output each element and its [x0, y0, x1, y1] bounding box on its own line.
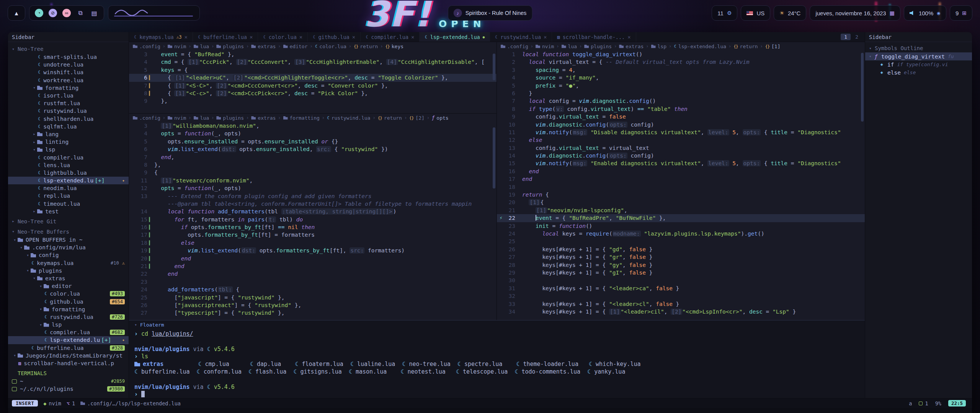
tree-section-terminals[interactable]: TERMINALS — [8, 369, 129, 377]
code-line[interactable]: 3 spacing = 4, — [497, 66, 865, 74]
code-line[interactable]: 7 end, — [129, 153, 497, 161]
breadcrumb-item[interactable]: editor — [290, 44, 308, 49]
breadcrumb-item[interactable]: return — [360, 44, 378, 49]
keyboard-layout-widget[interactable]: US — [741, 5, 770, 21]
code-line[interactable]: 30 — [497, 276, 865, 284]
code-line[interactable]: 15 vim.notify(msg: "Enabled diagnostics … — [497, 159, 865, 167]
code-line[interactable]: 26 ["javascriptreact"] = { "rustywind" }… — [129, 301, 497, 309]
dnd-button[interactable]: ⊘ — [49, 9, 57, 17]
code-line[interactable]: 18 — [497, 183, 865, 191]
code-line[interactable]: 3 [1]"williamboman/mason.nvim", — [129, 122, 497, 130]
tree-item[interactable]: ☾smart-splits.lua — [8, 53, 129, 61]
code-line[interactable]: 11 [1]"stevearc/conform.nvim", — [129, 177, 497, 184]
code-line[interactable]: 14 local function add_formatters(tbl :ta… — [129, 208, 497, 215]
code-line[interactable]: 16 if opts.formatters_by_ft[ft] == nil t… — [129, 223, 497, 231]
tree-item[interactable]: ☾bufferline.lua#328 — [8, 344, 129, 352]
breadcrumb-item[interactable]: nvim — [174, 115, 186, 121]
tree-item[interactable]: ☾compiler.lua#682 — [8, 328, 129, 336]
code-line[interactable]: 10 vim.diagnostic.config(opts: config) — [497, 121, 865, 128]
floaterm-panel[interactable]: ▾Floaterm › cd lua/plugins/nvim/lua/plug… — [129, 320, 865, 398]
code-line[interactable]: 4 cmd = { [1]"CccPick", [2]"CccConvert",… — [129, 58, 497, 66]
breadcrumb-item[interactable]: plugins — [223, 115, 244, 121]
editor-pane-lsp-extended[interactable]: .config›nvim›lua›plugins›extras›lsp›☾lsp… — [497, 42, 865, 320]
breadcrumb-item[interactable]: return — [740, 44, 758, 49]
breadcrumb-item[interactable]: color.lua — [319, 44, 346, 49]
launcher-button[interactable]: ▲ — [8, 5, 25, 21]
volume-widget[interactable]: 100%◉ — [904, 5, 946, 21]
code-line[interactable]: 13 config.virtual_text = virtual_text — [497, 144, 865, 152]
code-line[interactable]: 26 keys[#keys + 1] = { "gd", false } — [497, 246, 865, 253]
code-line[interactable]: 12 opts = function(_, opts) — [129, 184, 497, 192]
close-icon[interactable]: × — [185, 34, 188, 40]
code-line[interactable]: 4 source = "if_many", — [497, 74, 865, 81]
tree-item[interactable]: ▾plugins — [8, 267, 129, 275]
tabpage-1[interactable]: 1 — [841, 34, 851, 40]
code-line[interactable]: 4 opts = function(_, opts) — [129, 130, 497, 137]
breadcrumb-item[interactable]: .config — [507, 44, 528, 49]
close-icon[interactable]: × — [627, 34, 630, 40]
tree-item[interactable]: ☾shellharden.lua — [8, 115, 129, 123]
terminal-output[interactable]: › cd lua/plugins/nvim/lua/plugins via v5… — [129, 329, 865, 398]
tree-item[interactable]: ▸test — [8, 208, 129, 215]
date-widget[interactable]: jueves, noviembre 16, 2023▦ — [810, 5, 900, 21]
outline-item-if[interactable]: ◈ifif type(config.vi — [865, 60, 972, 68]
tree-item[interactable]: ☾keymaps.lua#10⚠ — [8, 259, 129, 267]
scrollbar-handle[interactable] — [493, 127, 495, 189]
code-line[interactable]: 11 vim.notify(msg: "Disable diagnostics … — [497, 128, 865, 136]
outline-section-header[interactable]: ▾Symbols Outline — [865, 44, 972, 52]
tab-color-lua[interactable]: ☾color.lua× — [258, 32, 308, 42]
code-line[interactable]: 20 [1]{ — [497, 198, 865, 206]
code-line[interactable]: 14 vim.diagnostic.config(opts: config) — [497, 152, 865, 159]
code-line[interactable]: 20 end — [129, 255, 497, 262]
breadcrumb-item[interactable]: lua — [200, 44, 209, 49]
code-line[interactable]: 28 keys[#keys + 1] = { "gy", false } — [497, 261, 865, 269]
tree-item[interactable]: ☾github.lua#654 — [8, 298, 129, 305]
tree-item[interactable]: ☾lsp-extended.lu[+]✦ — [8, 336, 129, 344]
scrollbar-handle[interactable] — [861, 53, 864, 122]
code-line[interactable]: 24 add_formatters(tbl: { — [129, 286, 497, 293]
tree-item[interactable]: ▨scrollbar-handle-vertical.p — [8, 359, 129, 367]
code-line[interactable]: 9 config.virtual_text = false — [497, 113, 865, 120]
breadcrumb-item[interactable]: opts — [436, 115, 448, 121]
code-line[interactable]: 16 end — [497, 167, 865, 175]
code-line[interactable]: 8 { [1]"<C-c>", [2]"<cmd>CccPick<cr>", d… — [129, 89, 497, 97]
handwriting-input[interactable] — [108, 5, 200, 21]
close-icon[interactable]: × — [544, 34, 547, 40]
tree-item[interactable]: ☾repl.lua — [8, 192, 129, 200]
code-line[interactable]: 1local function toggle_diag_virtext() — [497, 50, 865, 58]
code-line[interactable]: 8 if type(v: config.virtual_text) == "ta… — [497, 105, 865, 113]
workspace-widget[interactable]: 9⊞ — [950, 5, 972, 21]
code-line[interactable]: 5 keys = { — [129, 66, 497, 74]
tree-item[interactable]: ▾lsp — [8, 321, 129, 328]
media-widget[interactable]: ♪ Spiritbox - Rule Of Nines — [448, 5, 532, 21]
code-line[interactable]: 32 — [497, 292, 865, 300]
outline-item-toggle_diag_virtext[interactable]: ▾ƒtoggle_diag_virtextfu — [865, 52, 972, 60]
tree-section-neo-tree[interactable]: ▾Neo-Tree — [8, 45, 129, 53]
tree-item[interactable]: ▾OPEN BUFFERS in ~ — [8, 236, 129, 244]
code-line[interactable]: 33 keys[#keys + 1] = { "<leader>cl", fal… — [497, 300, 865, 308]
breadcrumb-item[interactable]: nvim — [542, 44, 554, 49]
outline-item-else[interactable]: ◈elseelse — [865, 68, 972, 76]
breadcrumb-item[interactable]: extras — [258, 44, 276, 49]
tree-item[interactable]: ☾rustywind.lua#726 — [8, 313, 129, 321]
code-line[interactable]: 34 keys[#keys + 1] = { [1]"<leader>cil",… — [497, 308, 865, 315]
tree-item[interactable]: ☾rustywind.lua — [8, 107, 129, 115]
tab-compiler-lua[interactable]: ☾compiler.lua× — [361, 32, 420, 42]
tree-item[interactable]: ☾winshift.lua — [8, 68, 129, 76]
code-line[interactable]: 3 event = { "BufRead" }, — [129, 50, 497, 58]
code-line[interactable]: 12 else — [497, 136, 865, 144]
tree-item[interactable]: ▾formatting — [8, 306, 129, 313]
tree-item[interactable]: ▾.config/nvim/lua — [8, 244, 129, 251]
breadcrumb-item[interactable]: plugins — [591, 44, 612, 49]
tree-section-neo-tree-git[interactable]: ▸Neo-Tree Git — [8, 217, 129, 226]
timer-button[interactable]: ◔ — [35, 9, 43, 17]
code-line[interactable]: 23 — [129, 278, 497, 286]
tab-github-lua[interactable]: ☾github.lua× — [308, 32, 361, 42]
breadcrumb-item[interactable]: lua — [200, 115, 209, 121]
tab-rustywind-lua[interactable]: ☾rustywind.lua× — [490, 32, 552, 42]
code-line[interactable]: 7 local config = vim.diagnostic.config() — [497, 97, 865, 105]
tree-item[interactable]: ▸lang — [8, 130, 129, 138]
breadcrumb-item[interactable]: extras — [258, 115, 276, 121]
code-line[interactable]: ---@param tbl table<string, conform.Form… — [129, 200, 497, 208]
code-line[interactable]: 29 keys[#keys + 1] = { "gI", false } — [497, 269, 865, 276]
